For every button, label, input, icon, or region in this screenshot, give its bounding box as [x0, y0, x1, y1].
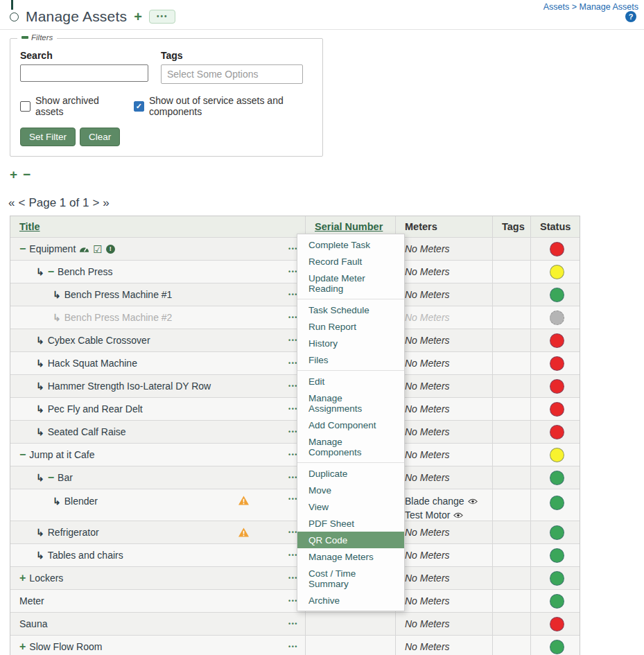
- menu-divider: [297, 370, 404, 371]
- menu-item-task-schedule[interactable]: Task Schedule: [297, 302, 404, 318]
- asset-title[interactable]: Sauna: [19, 618, 47, 629]
- tags-select-input[interactable]: [161, 64, 303, 84]
- search-input[interactable]: [20, 64, 148, 82]
- asset-title[interactable]: Equipment: [29, 243, 76, 254]
- title-cell: −Equipment☑!•••: [10, 238, 306, 260]
- filter-checkbox-show-out-of-service-assets-and-components[interactable]: ✓Show out of service assets and componen…: [134, 95, 313, 117]
- asset-title[interactable]: Slow Flow Room: [29, 641, 102, 652]
- menu-item-move[interactable]: Move: [297, 482, 404, 498]
- collapse-all-button[interactable]: −: [23, 168, 31, 181]
- asset-title[interactable]: Lockers: [29, 573, 63, 584]
- status-cell: [531, 375, 581, 397]
- asset-title[interactable]: Hammer Strength Iso-Lateral DY Row: [48, 381, 211, 392]
- menu-item-archive[interactable]: Archive: [297, 592, 404, 609]
- asset-title[interactable]: Pec Fly and Rear Delt: [48, 403, 143, 414]
- menu-item-edit[interactable]: Edit: [297, 373, 404, 390]
- page-more-actions-button[interactable]: •••: [149, 10, 176, 24]
- menu-item-run-report[interactable]: Run Report: [297, 318, 404, 335]
- square-check-icon: ☑: [93, 244, 102, 254]
- asset-title[interactable]: Blender: [64, 496, 98, 507]
- meters-cell: No Meters: [396, 398, 493, 420]
- clear-filter-button[interactable]: Clear: [80, 128, 120, 146]
- menu-item-update-meter-reading[interactable]: Update Meter Reading: [297, 270, 404, 297]
- tree-branch-icon: ↳: [36, 426, 44, 437]
- row-actions-button[interactable]: •••: [288, 643, 298, 650]
- meters-cell: No Meters: [396, 544, 493, 566]
- asset-title[interactable]: Cybex Cable Crossover: [48, 335, 150, 346]
- meters-cell: No Meters: [396, 613, 493, 635]
- row-meter: Meter•••No Meters: [10, 589, 580, 612]
- asset-title[interactable]: Hack Squat Machine: [48, 358, 137, 369]
- menu-item-cost-time-summary[interactable]: Cost / Time Summary: [297, 565, 404, 592]
- tree-collapse-icon[interactable]: −: [48, 266, 54, 277]
- menu-item-qr-code[interactable]: QR Code: [297, 532, 404, 548]
- menu-item-manage-meters[interactable]: Manage Meters: [297, 548, 404, 565]
- checkbox-icon[interactable]: ✓: [134, 101, 144, 112]
- menu-item-record-fault[interactable]: Record Fault: [297, 253, 404, 270]
- help-icon[interactable]: ?: [625, 11, 636, 22]
- expand-all-button[interactable]: +: [10, 168, 17, 181]
- asset-title[interactable]: Meter: [19, 595, 44, 606]
- menu-item-history[interactable]: History: [297, 335, 404, 351]
- asset-title[interactable]: Bench Press Machine #1: [64, 289, 173, 300]
- add-asset-button[interactable]: +: [134, 10, 142, 24]
- no-meters-label: No Meters: [405, 289, 450, 300]
- row-equipment: −Equipment☑!•••No Meters: [10, 237, 580, 260]
- column-header-label[interactable]: Title: [19, 221, 40, 232]
- asset-title[interactable]: Jump at it Cafe: [29, 449, 94, 460]
- column-header-label[interactable]: Serial Number: [315, 221, 383, 232]
- status-red-icon: [550, 356, 564, 371]
- asset-title[interactable]: Seated Calf Raise: [48, 426, 126, 437]
- tags-cell: [493, 329, 531, 351]
- tree-expand-icon[interactable]: +: [19, 641, 26, 652]
- menu-item-manage-components[interactable]: Manage Components: [297, 433, 404, 460]
- collapse-filters-icon[interactable]: [21, 36, 28, 39]
- filter-checkbox-show-archived-assets[interactable]: Show archived assets: [20, 95, 116, 117]
- tree-collapse-icon[interactable]: −: [48, 472, 54, 483]
- column-header-title[interactable]: Title: [10, 216, 306, 237]
- tree-branch-icon: ↳: [53, 496, 61, 507]
- tree-expand-icon[interactable]: +: [19, 573, 26, 584]
- prev-page-button[interactable]: <: [18, 196, 25, 210]
- tree-branch-icon: ↳: [36, 358, 44, 369]
- no-meters-label: No Meters: [405, 266, 450, 277]
- tags-cell: [493, 261, 531, 283]
- title-cell: ↳Bench Press Machine #2•••: [10, 306, 306, 329]
- meter-name: Test Motor: [405, 509, 450, 521]
- tree-branch-icon: ↳: [36, 550, 44, 561]
- last-page-button[interactable]: »: [103, 196, 109, 210]
- first-page-button[interactable]: «: [8, 196, 15, 210]
- asset-title[interactable]: Bench Press: [58, 266, 112, 277]
- asset-title[interactable]: Bench Press Machine #2: [64, 312, 173, 323]
- title-cell: ↳Refrigerator•••: [10, 521, 306, 543]
- breadcrumb[interactable]: Assets > Manage Assets: [543, 2, 638, 12]
- eye-icon[interactable]: [453, 512, 463, 518]
- row-context-menu: Complete TaskRecord FaultUpdate Meter Re…: [297, 234, 405, 611]
- meter-link-blade-change[interactable]: Blade change: [405, 496, 478, 507]
- checkbox-icon[interactable]: [20, 101, 31, 112]
- eye-icon[interactable]: [468, 498, 478, 505]
- menu-item-add-component[interactable]: Add Component: [297, 417, 404, 433]
- row-actions-button[interactable]: •••: [288, 620, 298, 627]
- meters-cell: No Meters: [396, 238, 493, 260]
- menu-item-files[interactable]: Files: [297, 351, 404, 368]
- next-page-button[interactable]: >: [92, 196, 99, 210]
- serial-cell: [306, 613, 396, 635]
- menu-item-pdf-sheet[interactable]: PDF Sheet: [297, 515, 404, 532]
- no-meters-label: No Meters: [405, 618, 450, 629]
- status-green-icon: [550, 571, 564, 586]
- asset-title[interactable]: Bar: [58, 472, 73, 483]
- tree-collapse-icon[interactable]: −: [19, 243, 26, 254]
- meters-cell: No Meters: [396, 590, 493, 612]
- tree-collapse-icon[interactable]: −: [19, 449, 26, 460]
- set-filter-button[interactable]: Set Filter: [20, 128, 76, 146]
- menu-item-duplicate[interactable]: Duplicate: [297, 465, 404, 482]
- status-red-icon: [550, 402, 564, 417]
- asset-title[interactable]: Refrigerator: [48, 527, 99, 538]
- status-cell: [531, 544, 581, 566]
- meter-link-test-motor[interactable]: Test Motor: [405, 509, 463, 521]
- menu-item-complete-task[interactable]: Complete Task: [297, 236, 404, 253]
- menu-item-view[interactable]: View: [297, 498, 404, 515]
- menu-item-manage-assignments[interactable]: Manage Assignments: [297, 390, 404, 417]
- asset-title[interactable]: Tables and chairs: [48, 550, 123, 561]
